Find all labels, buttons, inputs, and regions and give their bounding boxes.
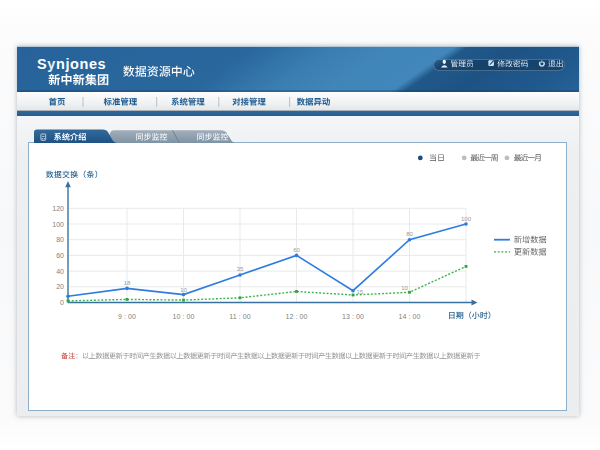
svg-text:10: 10 (180, 287, 187, 293)
svg-text:10: 10 (401, 285, 408, 291)
svg-text:100: 100 (52, 221, 64, 228)
svg-text:80: 80 (56, 236, 64, 243)
svg-text:60: 60 (293, 247, 300, 253)
svg-text:12 : 00: 12 : 00 (285, 313, 307, 320)
svg-text:18: 18 (124, 280, 131, 286)
svg-text:13 : 00: 13 : 00 (342, 313, 364, 320)
svg-text:40: 40 (56, 268, 64, 275)
svg-text:10 : 00: 10 : 00 (172, 313, 194, 320)
svg-text:60: 60 (56, 252, 64, 259)
svg-text:15: 15 (357, 289, 364, 295)
svg-text:0: 0 (60, 299, 64, 306)
svg-text:11 : 00: 11 : 00 (229, 313, 251, 320)
svg-text:9 : 00: 9 : 00 (118, 313, 136, 320)
svg-text:35: 35 (237, 266, 244, 272)
svg-text:100: 100 (461, 216, 472, 222)
svg-text:20: 20 (56, 283, 64, 290)
svg-text:120: 120 (52, 205, 64, 212)
svg-text:14 : 00: 14 : 00 (398, 313, 420, 320)
svg-text:80: 80 (406, 231, 413, 237)
